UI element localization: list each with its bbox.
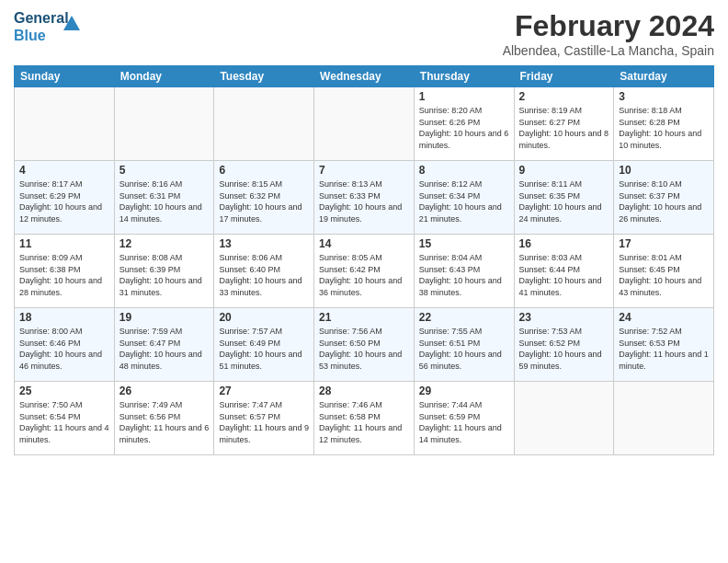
calendar-cell: 18Sunrise: 8:00 AMSunset: 6:46 PMDayligh… [15,308,115,382]
calendar-cell: 25Sunrise: 7:50 AMSunset: 6:54 PMDayligh… [15,382,115,455]
day-number: 28 [319,385,409,397]
calendar-row-4: 18Sunrise: 8:00 AMSunset: 6:46 PMDayligh… [15,308,714,382]
day-number: 9 [519,164,609,177]
calendar-cell [614,382,714,455]
calendar-cell: 7Sunrise: 8:13 AMSunset: 6:33 PMDaylight… [314,161,415,235]
calendar-cell: 11Sunrise: 8:09 AMSunset: 6:38 PMDayligh… [15,235,115,308]
calendar-cell: 23Sunrise: 7:53 AMSunset: 6:52 PMDayligh… [514,308,614,382]
day-info: Sunrise: 8:05 AMSunset: 6:42 PMDaylight:… [319,252,409,298]
day-info: Sunrise: 8:20 AMSunset: 6:26 PMDaylight:… [419,105,509,151]
day-info: Sunrise: 8:15 AMSunset: 6:32 PMDaylight:… [219,178,309,224]
day-info: Sunrise: 8:17 AMSunset: 6:29 PMDaylight:… [19,178,109,224]
day-number: 15 [419,237,509,250]
location: Albendea, Castille-La Mancha, Spain [503,43,714,58]
calendar-cell [114,87,214,161]
day-number: 27 [219,385,309,397]
day-number: 29 [419,385,509,397]
calendar-cell: 10Sunrise: 8:10 AMSunset: 6:37 PMDayligh… [614,161,714,235]
day-info: Sunrise: 8:16 AMSunset: 6:31 PMDaylight:… [119,178,210,224]
calendar-cell: 1Sunrise: 8:20 AMSunset: 6:26 PMDaylight… [414,87,514,161]
calendar-cell: 15Sunrise: 8:04 AMSunset: 6:43 PMDayligh… [414,235,514,308]
day-info: Sunrise: 8:00 AMSunset: 6:46 PMDaylight:… [19,326,109,372]
day-info: Sunrise: 7:56 AMSunset: 6:50 PMDaylight:… [319,326,409,372]
calendar-cell: 19Sunrise: 7:59 AMSunset: 6:47 PMDayligh… [114,308,214,382]
calendar-table: Sunday Monday Tuesday Wednesday Thursday… [14,65,714,455]
day-number: 12 [119,237,210,250]
day-number: 7 [319,164,409,177]
calendar-cell: 20Sunrise: 7:57 AMSunset: 6:49 PMDayligh… [214,308,314,382]
calendar-row-3: 11Sunrise: 8:09 AMSunset: 6:38 PMDayligh… [15,235,714,308]
day-number: 13 [219,237,309,250]
calendar-cell: 8Sunrise: 8:12 AMSunset: 6:34 PMDaylight… [414,161,514,235]
day-info: Sunrise: 7:55 AMSunset: 6:51 PMDaylight:… [419,326,509,372]
calendar-cell: 14Sunrise: 8:05 AMSunset: 6:42 PMDayligh… [314,235,415,308]
day-number: 6 [219,164,309,177]
day-number: 25 [19,385,109,397]
calendar-row-5: 25Sunrise: 7:50 AMSunset: 6:54 PMDayligh… [15,382,714,455]
calendar-cell [314,87,415,161]
title-section: February 2024 Albendea, Castille-La Manc… [503,9,714,58]
day-number: 11 [19,237,109,250]
calendar-row-2: 4Sunrise: 8:17 AMSunset: 6:29 PMDaylight… [15,161,714,235]
day-number: 16 [519,237,609,250]
col-tuesday: Tuesday [214,66,314,87]
calendar-cell: 16Sunrise: 8:03 AMSunset: 6:44 PMDayligh… [514,235,614,308]
day-info: Sunrise: 7:46 AMSunset: 6:58 PMDaylight:… [319,399,409,445]
calendar-cell: 9Sunrise: 8:11 AMSunset: 6:35 PMDaylight… [514,161,614,235]
day-info: Sunrise: 7:49 AMSunset: 6:56 PMDaylight:… [119,399,210,445]
calendar-cell: 28Sunrise: 7:46 AMSunset: 6:58 PMDayligh… [314,382,415,455]
day-info: Sunrise: 8:11 AMSunset: 6:35 PMDaylight:… [519,178,609,224]
calendar-cell: 27Sunrise: 7:47 AMSunset: 6:57 PMDayligh… [214,382,314,455]
day-number: 4 [19,164,109,177]
logo-general: General [14,9,60,27]
day-info: Sunrise: 7:50 AMSunset: 6:54 PMDaylight:… [19,399,109,445]
calendar-cell [214,87,314,161]
calendar-cell: 26Sunrise: 7:49 AMSunset: 6:56 PMDayligh… [114,382,214,455]
calendar-cell: 3Sunrise: 8:18 AMSunset: 6:28 PMDaylight… [614,87,714,161]
day-number: 14 [319,237,409,250]
day-number: 20 [219,311,309,324]
day-info: Sunrise: 7:57 AMSunset: 6:49 PMDaylight:… [219,326,309,372]
header-row: Sunday Monday Tuesday Wednesday Thursday… [15,66,714,87]
day-info: Sunrise: 8:19 AMSunset: 6:27 PMDaylight:… [519,105,609,151]
day-info: Sunrise: 8:01 AMSunset: 6:45 PMDaylight:… [619,252,709,298]
day-number: 26 [119,385,210,397]
day-number: 23 [519,311,609,324]
logo-blue: Blue [14,27,60,44]
day-info: Sunrise: 8:18 AMSunset: 6:28 PMDaylight:… [619,105,709,151]
day-info: Sunrise: 7:47 AMSunset: 6:57 PMDaylight:… [219,399,309,445]
day-number: 10 [619,164,709,177]
calendar-cell: 24Sunrise: 7:52 AMSunset: 6:53 PMDayligh… [614,308,714,382]
calendar-cell: 6Sunrise: 8:15 AMSunset: 6:32 PMDaylight… [214,161,314,235]
calendar-cell: 12Sunrise: 8:08 AMSunset: 6:39 PMDayligh… [114,235,214,308]
calendar-cell: 21Sunrise: 7:56 AMSunset: 6:50 PMDayligh… [314,308,415,382]
day-info: Sunrise: 8:12 AMSunset: 6:34 PMDaylight:… [419,178,509,224]
col-thursday: Thursday [414,66,514,87]
col-sunday: Sunday [15,66,115,87]
day-info: Sunrise: 8:10 AMSunset: 6:37 PMDaylight:… [619,178,709,224]
calendar-cell: 29Sunrise: 7:44 AMSunset: 6:59 PMDayligh… [414,382,514,455]
calendar-cell [15,87,115,161]
col-friday: Friday [514,66,614,87]
day-info: Sunrise: 8:09 AMSunset: 6:38 PMDaylight:… [19,252,109,298]
calendar-cell: 17Sunrise: 8:01 AMSunset: 6:45 PMDayligh… [614,235,714,308]
col-wednesday: Wednesday [314,66,415,87]
col-saturday: Saturday [614,66,714,87]
calendar-cell [514,382,614,455]
day-number: 22 [419,311,509,324]
day-number: 24 [619,311,709,324]
day-number: 18 [19,311,109,324]
day-info: Sunrise: 8:06 AMSunset: 6:40 PMDaylight:… [219,252,309,298]
calendar-row-1: 1Sunrise: 8:20 AMSunset: 6:26 PMDaylight… [15,87,714,161]
day-number: 19 [119,311,210,324]
col-monday: Monday [114,66,214,87]
calendar-cell: 5Sunrise: 8:16 AMSunset: 6:31 PMDaylight… [114,161,214,235]
day-info: Sunrise: 8:03 AMSunset: 6:44 PMDaylight:… [519,252,609,298]
page-header: General Blue February 2024 Albendea, Cas… [14,9,714,58]
day-info: Sunrise: 8:04 AMSunset: 6:43 PMDaylight:… [419,252,509,298]
day-info: Sunrise: 7:44 AMSunset: 6:59 PMDaylight:… [419,399,509,445]
day-number: 3 [619,90,709,103]
calendar-cell: 2Sunrise: 8:19 AMSunset: 6:27 PMDaylight… [514,87,614,161]
day-number: 5 [119,164,210,177]
day-number: 1 [419,90,509,103]
